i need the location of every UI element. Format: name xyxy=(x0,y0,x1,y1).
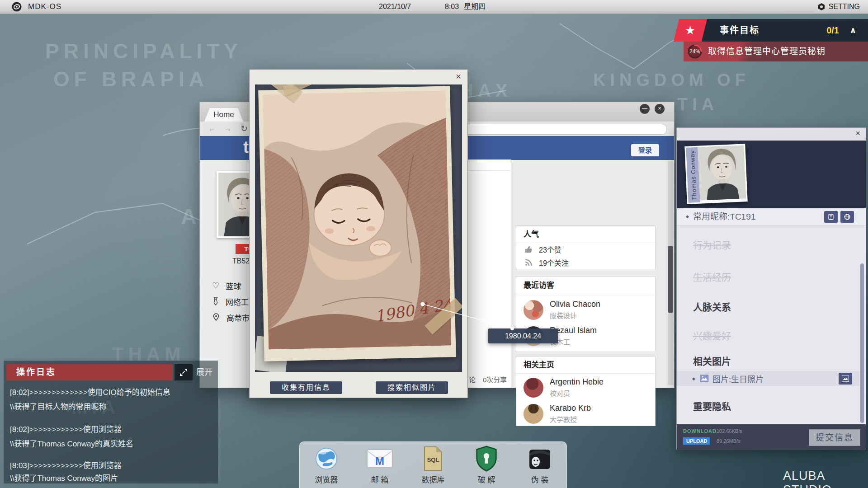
dock-item-browser[interactable]: 浏览器 xyxy=(303,446,350,485)
dock-item-database[interactable]: SQL 数据库 xyxy=(410,446,457,485)
dock-item-disguise[interactable]: 伪 装 xyxy=(516,446,563,485)
collect-info-icon-button[interactable] xyxy=(824,211,838,223)
related-name[interactable]: Argentin Hebie xyxy=(550,377,604,387)
thumbs-up-icon xyxy=(524,245,533,253)
panel-footer: DOWNLOAD 102.66KB/s UPLOAD 89.26MB/s 提交信… xyxy=(677,424,866,450)
birthday-photo-row[interactable]: ◆ 图片:生日照片 xyxy=(677,371,859,386)
interest-occupation: 网络工 xyxy=(212,296,249,307)
follows-count: 19个关注 xyxy=(539,257,569,268)
rss-icon xyxy=(524,258,533,267)
note-icon xyxy=(827,213,835,221)
panel-item-hobbies: 兴趣爱好 xyxy=(693,328,731,342)
browser-scrollbar[interactable] xyxy=(668,161,673,385)
forward-button[interactable]: → xyxy=(223,122,232,136)
collect-info-button[interactable]: 收集有用信息 xyxy=(270,381,342,394)
panel-titlebar: × xyxy=(677,128,866,141)
photo-icon-button[interactable] xyxy=(839,373,852,385)
log-line: [8:03]>>>>>>>>>>>>使用浏览器 xyxy=(10,459,122,470)
popularity-card: 人气 23个赞 19个关注 xyxy=(516,225,656,269)
refresh-button[interactable]: ↻ xyxy=(241,122,248,136)
upload-speed: 89.26MB/s xyxy=(717,438,741,444)
dock-label: 伪 装 xyxy=(531,474,549,485)
log-expand-button[interactable] xyxy=(175,364,193,380)
window-minimize-button[interactable]: — xyxy=(640,104,650,114)
system-topbar: MDK-OS 2021/10/7 8:03 星期四 SETTING xyxy=(0,0,868,14)
log-expand-label[interactable]: 展开 xyxy=(196,364,212,380)
settings-label: SETTING xyxy=(829,0,860,14)
panel-close-icon[interactable]: × xyxy=(855,129,860,138)
panel-section-privacy[interactable]: 重要隐私 xyxy=(693,399,731,413)
os-name: MDK-OS xyxy=(28,0,61,14)
modal-close-icon[interactable]: × xyxy=(456,71,461,82)
photo-display-area: 1980 4 24 xyxy=(255,84,462,372)
map-label: A xyxy=(181,204,201,229)
panel-item-behavior: 行为记录 xyxy=(693,238,731,251)
location-pin-icon xyxy=(212,313,220,322)
visitor-job: 服装设计 xyxy=(550,310,600,320)
dock-label: 破 解 xyxy=(478,474,495,485)
map-label: OF BRAPIA xyxy=(53,67,208,91)
baby-illustration: 1980 4 24 xyxy=(263,90,451,349)
objective-task-text: 取得信息管理中心管理员秘钥 xyxy=(708,42,826,61)
database-icon: SQL xyxy=(423,446,443,471)
picture-small-icon xyxy=(842,375,849,382)
related-row[interactable]: Argentin Hebie 校对员 xyxy=(524,377,604,398)
submit-info-button[interactable]: 提交信息 xyxy=(809,429,860,446)
system-time: 8:03 xyxy=(445,0,459,14)
picture-icon xyxy=(700,375,709,382)
studio-watermark: ALUBA STUDIO xyxy=(783,469,868,488)
target-profile-panel: × Thomas Conway xyxy=(676,127,866,450)
login-button[interactable]: 登录 xyxy=(631,144,659,156)
system-date: 2021/10/7 xyxy=(379,0,411,14)
panel-section-related-images[interactable]: 相关图片 xyxy=(693,354,731,367)
settings-button[interactable]: SETTING xyxy=(817,0,860,14)
gear-icon xyxy=(817,3,826,11)
dock-item-crack[interactable]: 破 解 xyxy=(463,446,510,485)
share-count-row: 论0次分享 xyxy=(469,375,507,384)
related-pages-title: 相关主页 xyxy=(516,357,655,374)
avatar xyxy=(524,300,543,320)
globe-icon xyxy=(314,446,339,471)
panel-scrollbar-thumb[interactable] xyxy=(860,263,864,423)
target-photo-card[interactable]: Thomas Conway xyxy=(684,144,747,204)
back-button[interactable]: ← xyxy=(208,122,217,136)
nickname-row[interactable]: ◆ 常用昵称:TC191 xyxy=(677,208,866,225)
dock-label: 邮 箱 xyxy=(371,474,389,485)
visitor-row[interactable]: Olivia Chacon 服装设计 xyxy=(524,300,600,320)
log-line: [8:02]>>>>>>>>>>>>>使用CIO给予的初始信息 xyxy=(10,386,170,397)
download-speed: 102.66KB/s xyxy=(717,428,742,434)
browser-tab-home[interactable]: Home xyxy=(204,108,243,122)
related-job: 大学教授 xyxy=(550,414,591,424)
tie-icon xyxy=(212,296,219,306)
game-screen: PRINCIPALITY OF BRAPIA HAX KINGDOM OF TI… xyxy=(0,0,868,488)
star-icon: ★ xyxy=(685,23,695,38)
dock-item-mail[interactable]: M 邮 箱 xyxy=(356,446,403,485)
objective-count: 0/1 xyxy=(826,19,839,42)
objective-task-row[interactable]: 24% 取得信息管理中心管理员秘钥 xyxy=(684,42,868,61)
web-search-icon-button[interactable] xyxy=(840,211,854,223)
panel-item-life: 生活经历 xyxy=(693,270,731,283)
app-dock: 浏览器 M 邮 箱 SQL 数据库 xyxy=(299,441,567,488)
related-row[interactable]: Karabo Krb 大学教授 xyxy=(524,404,591,424)
download-label: DOWNLOAD xyxy=(683,428,717,434)
scrollbar-thumb[interactable] xyxy=(668,246,673,313)
date-tooltip: 1980.04.24 xyxy=(488,328,558,343)
related-pages-card: 相关主页 Argentin Hebie 校对员 Karabo Krb 大学教授 xyxy=(516,356,656,426)
interest-city: 高蒂市 xyxy=(212,312,250,323)
panel-item-connections[interactable]: 人脉关系 xyxy=(693,300,731,313)
bullet-icon: ◆ xyxy=(686,208,689,225)
related-name[interactable]: Karabo Krb xyxy=(550,404,591,413)
dock-label: 数据库 xyxy=(422,474,445,485)
os-logo-icon xyxy=(12,2,22,12)
operation-log-panel: 操作日志 展开 [8:02]>>>>>>>>>>>>>使用CIO给予的初始信息 … xyxy=(4,361,218,483)
interest-basketball: ♡ 篮球 xyxy=(212,280,241,291)
visitor-name[interactable]: Olivia Chacon xyxy=(550,300,600,309)
window-close-button[interactable]: × xyxy=(655,104,665,114)
search-similar-button[interactable]: 搜索相似图片 xyxy=(376,381,448,394)
birthday-photo: 1980 4 24 xyxy=(258,86,456,361)
objective-header[interactable]: 事件目标 0/1 ∧ xyxy=(698,19,868,42)
objective-progress: 24% xyxy=(687,44,703,59)
collapse-chevron-icon[interactable]: ∧ xyxy=(849,19,856,42)
expand-arrows-icon xyxy=(179,368,188,377)
operation-log-title: 操作日志 xyxy=(6,364,173,380)
